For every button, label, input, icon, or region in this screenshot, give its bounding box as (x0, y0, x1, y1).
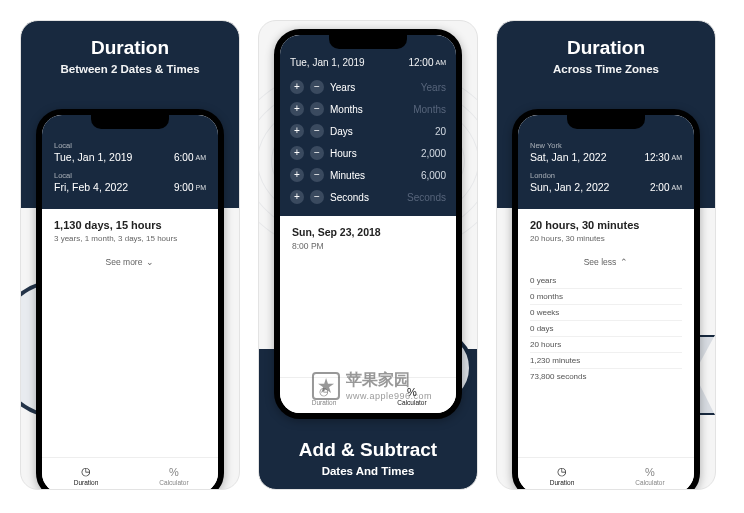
date-inputs: New York Sat, Jan 1, 2022 12:30AM London… (518, 115, 694, 209)
date-value: Sun, Jan 2, 2022 (530, 181, 609, 193)
timezone-label: New York (530, 141, 562, 150)
value-placeholder: Months (413, 104, 446, 115)
minus-icon[interactable]: − (310, 168, 324, 182)
clock-icon: ◷ (81, 465, 91, 478)
result-block: 20 hours, 30 minutes 20 hours, 30 minute… (518, 209, 694, 271)
minus-icon[interactable]: − (310, 124, 324, 138)
bottom-nav: ◷Duration %Calculator (42, 457, 218, 490)
minus-icon[interactable]: − (310, 146, 324, 160)
see-less-button[interactable]: See less⌃ (530, 257, 682, 267)
unit-row-minutes[interactable]: +−Minutes6,000 (290, 164, 446, 186)
calculator-icon: % (407, 386, 417, 398)
date-row-start[interactable]: New York Sat, Jan 1, 2022 12:30AM (530, 137, 682, 167)
promo-panel-duration-timezones: Duration Across Time Zones New York Sat,… (496, 20, 716, 490)
calculator-inputs: Tue, Jan 1, 2019 12:00AM +−YearsYears +−… (280, 35, 456, 216)
value-placeholder: Seconds (407, 192, 446, 203)
clock-icon: ◷ (557, 465, 567, 478)
calculator-icon: % (645, 466, 655, 478)
nav-tab-duration[interactable]: ◷Duration (42, 458, 130, 490)
detail-row: 0 weeks (530, 305, 682, 321)
minus-icon[interactable]: − (310, 190, 324, 204)
plus-icon[interactable]: + (290, 80, 304, 94)
ampm: AM (672, 154, 683, 161)
base-date-row[interactable]: Tue, Jan 1, 2019 12:00AM (290, 57, 446, 68)
unit-row-years[interactable]: +−YearsYears (290, 76, 446, 98)
phone-mockup: Local Tue, Jan 1, 2019 6:00AM Local Fri,… (36, 109, 224, 490)
unit-row-seconds[interactable]: +−SecondsSeconds (290, 186, 446, 208)
plus-icon[interactable]: + (290, 124, 304, 138)
base-date: Tue, Jan 1, 2019 (290, 57, 365, 68)
detail-row: 20 hours (530, 337, 682, 353)
phone-notch (567, 115, 645, 129)
date-row-start[interactable]: Local Tue, Jan 1, 2019 6:00AM (54, 137, 206, 167)
value-placeholder: Years (421, 82, 446, 93)
ampm: AM (196, 154, 207, 161)
minus-icon[interactable]: − (310, 80, 324, 94)
time-value: 2:00 (650, 182, 669, 193)
nav-tab-duration[interactable]: ◷Duration (280, 378, 368, 413)
phone-notch (329, 35, 407, 49)
plus-icon[interactable]: + (290, 190, 304, 204)
chevron-up-icon: ⌃ (620, 257, 628, 267)
promo-panel-add-subtract: Tue, Jan 1, 2019 12:00AM +−YearsYears +−… (258, 20, 478, 490)
nav-tab-duration[interactable]: ◷Duration (518, 458, 606, 490)
result-primary: 20 hours, 30 minutes (530, 219, 682, 231)
bottom-nav: ◷Duration %Calculator (518, 457, 694, 490)
calculator-icon: % (169, 466, 179, 478)
plus-icon[interactable]: + (290, 168, 304, 182)
phone-mockup: New York Sat, Jan 1, 2022 12:30AM London… (512, 109, 700, 490)
timezone-label: London (530, 171, 555, 180)
detail-row: 0 days (530, 321, 682, 337)
date-row-end[interactable]: London Sun, Jan 2, 2022 2:00AM (530, 167, 682, 197)
timezone-label: Local (54, 171, 72, 180)
detail-row: 0 years (530, 273, 682, 289)
unit-row-hours[interactable]: +−Hours2,000 (290, 142, 446, 164)
result-primary: 1,130 days, 15 hours (54, 219, 206, 231)
detail-row: 0 months (530, 289, 682, 305)
promo-panel-duration-dates: Duration Between 2 Dates & Times Local T… (20, 20, 240, 490)
nav-tab-calculator[interactable]: %Calculator (368, 378, 456, 413)
timezone-label: Local (54, 141, 72, 150)
base-time: 12:00 (408, 57, 433, 68)
footline-subtitle: Dates And Times (259, 465, 477, 477)
date-value: Fri, Feb 4, 2022 (54, 181, 128, 193)
result-block: 1,130 days, 15 hours 3 years, 1 month, 3… (42, 209, 218, 277)
result-secondary: 3 years, 1 month, 3 days, 15 hours (54, 234, 206, 243)
detail-row: 73,800 seconds (530, 369, 682, 384)
unit-row-months[interactable]: +−MonthsMonths (290, 98, 446, 120)
date-value: Sat, Jan 1, 2022 (530, 151, 606, 163)
value: 6,000 (421, 170, 446, 181)
plus-icon[interactable]: + (290, 102, 304, 116)
detail-row: 1,230 minutes (530, 353, 682, 369)
minus-icon[interactable]: − (310, 102, 324, 116)
clock-icon: ◷ (319, 385, 329, 398)
headline-subtitle: Across Time Zones (505, 63, 707, 75)
detail-breakdown: 0 years 0 months 0 weeks 0 days 20 hours… (518, 271, 694, 390)
bottom-nav: ◷Duration %Calculator (280, 377, 456, 413)
plus-icon[interactable]: + (290, 146, 304, 160)
ampm: AM (672, 184, 683, 191)
headline-subtitle: Between 2 Dates & Times (29, 63, 231, 75)
phone-mockup: Tue, Jan 1, 2019 12:00AM +−YearsYears +−… (274, 29, 462, 419)
see-more-button[interactable]: See more⌄ (54, 257, 206, 267)
unit-row-days[interactable]: +−Days20 (290, 120, 446, 142)
headline: Duration Across Time Zones (497, 21, 715, 87)
nav-tab-calculator[interactable]: %Calculator (606, 458, 694, 490)
time-value: 12:30 (644, 152, 669, 163)
calc-result: Sun, Sep 23, 2018 8:00 PM (280, 216, 456, 261)
date-row-end[interactable]: Local Fri, Feb 4, 2022 9:00PM (54, 167, 206, 197)
date-inputs: Local Tue, Jan 1, 2019 6:00AM Local Fri,… (42, 115, 218, 209)
ampm: PM (196, 184, 207, 191)
result-date: Sun, Sep 23, 2018 (292, 226, 444, 238)
nav-tab-calculator[interactable]: %Calculator (130, 458, 218, 490)
value: 20 (435, 126, 446, 137)
headline: Duration Between 2 Dates & Times (21, 21, 239, 87)
ampm: AM (436, 59, 447, 66)
headline-title: Duration (29, 37, 231, 59)
value: 2,000 (421, 148, 446, 159)
footline: Add & Subtract Dates And Times (259, 439, 477, 477)
headline-title: Duration (505, 37, 707, 59)
footline-title: Add & Subtract (259, 439, 477, 461)
date-value: Tue, Jan 1, 2019 (54, 151, 132, 163)
result-time: 8:00 PM (292, 241, 444, 251)
